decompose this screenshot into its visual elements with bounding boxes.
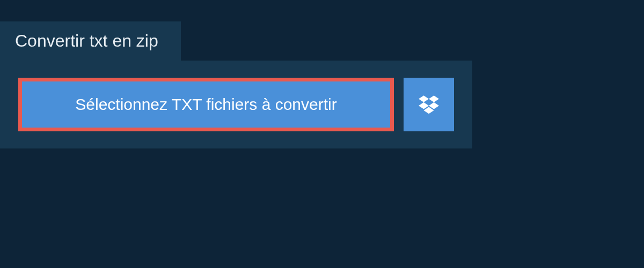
tab-label: Convertir txt en zip	[15, 31, 158, 50]
upload-panel: Sélectionnez TXT fichiers à convertir	[0, 61, 472, 148]
select-files-button[interactable]: Sélectionnez TXT fichiers à convertir	[18, 78, 394, 131]
dropbox-button[interactable]	[404, 78, 454, 131]
select-files-label: Sélectionnez TXT fichiers à convertir	[75, 95, 336, 114]
dropbox-icon	[419, 94, 439, 116]
button-row: Sélectionnez TXT fichiers à convertir	[18, 78, 454, 131]
tab-convert[interactable]: Convertir txt en zip	[0, 21, 181, 61]
